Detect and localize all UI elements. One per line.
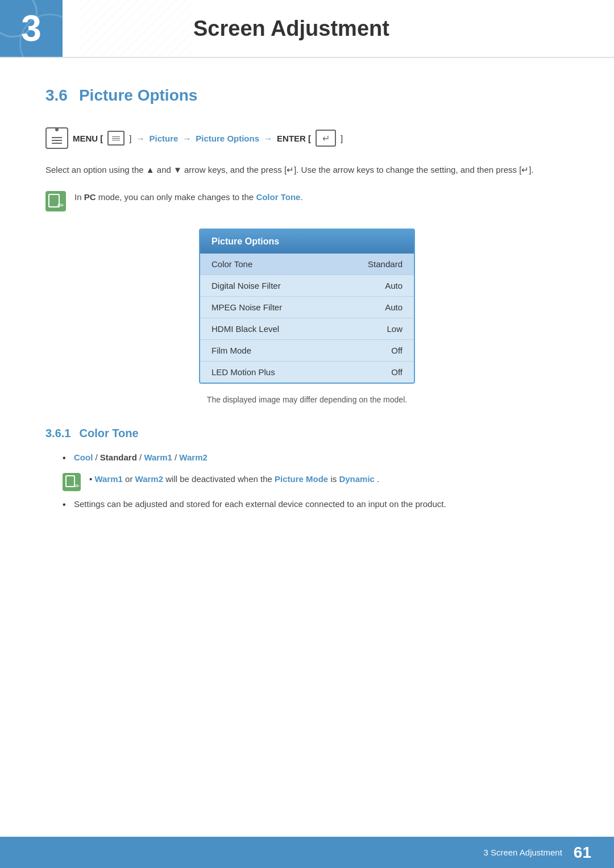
bullet-color-options: Cool / Standard / Warm1 / Warm2 bbox=[63, 451, 569, 464]
subsection-number: 3.6.1 bbox=[45, 427, 70, 440]
warm1-ref: Warm1 bbox=[94, 474, 122, 484]
hatch-background bbox=[80, 0, 193, 57]
menu-picture: Picture bbox=[150, 134, 179, 143]
menu-path: MENU [ ] → Picture → Picture Options → E… bbox=[45, 127, 569, 149]
main-content: 3.6 Picture Options MENU [ ] → Picture →… bbox=[0, 58, 614, 547]
warm-deactivated-text: Warm1 or Warm2 will be deactivated when … bbox=[89, 473, 379, 486]
enter-label: ENTER [ bbox=[277, 134, 311, 143]
footer-chapter-text: 3 Screen Adjustment bbox=[483, 848, 562, 857]
menu-picture-options: Picture Options bbox=[196, 134, 259, 143]
dialog-row-color-tone: Color Tone Standard bbox=[200, 254, 414, 275]
menu-bracket-icon bbox=[107, 131, 125, 146]
picture-options-dialog: Picture Options Color Tone Standard Digi… bbox=[199, 229, 415, 384]
chapter-number-box: 3 bbox=[0, 0, 63, 57]
note-pc-text: In PC mode, you can only make changes to… bbox=[74, 191, 303, 204]
hdmi-black-label: HDMI Black Level bbox=[211, 324, 279, 334]
picture-mode-ref: Picture Mode bbox=[275, 474, 328, 484]
menu-icon bbox=[45, 127, 68, 149]
enter-icon: ↵ bbox=[316, 130, 336, 147]
chapter-header: 3 Screen Adjustment bbox=[0, 0, 614, 58]
hdmi-black-value: Low bbox=[387, 324, 403, 334]
warm1-label: Warm1 bbox=[144, 452, 172, 462]
film-mode-value: Off bbox=[391, 346, 403, 355]
dialog-row-film-mode: Film Mode Off bbox=[200, 340, 414, 362]
period: . bbox=[377, 474, 379, 484]
svg-rect-1 bbox=[80, 0, 193, 57]
dialog-row-mpeg-noise: MPEG Noise Filter Auto bbox=[200, 297, 414, 318]
mpeg-noise-value: Auto bbox=[385, 302, 403, 312]
dialog-row-digital-noise: Digital Noise Filter Auto bbox=[200, 275, 414, 297]
dialog-row-led-motion: LED Motion Plus Off bbox=[200, 362, 414, 383]
film-mode-label: Film Mode bbox=[211, 346, 251, 355]
menu-label-end: ] bbox=[129, 134, 131, 143]
warm2-ref: Warm2 bbox=[135, 474, 163, 484]
note-icon-pencil bbox=[45, 191, 66, 211]
digital-noise-label: Digital Noise Filter bbox=[211, 281, 281, 290]
color-tone-bullet-list: Cool / Standard / Warm1 / Warm2 bbox=[45, 451, 569, 464]
cool-label: Cool bbox=[74, 452, 93, 462]
dialog-row-hdmi-black: HDMI Black Level Low bbox=[200, 318, 414, 340]
warm2-label: Warm2 bbox=[179, 452, 207, 462]
arrow-2: → bbox=[182, 134, 191, 143]
arrow-3: → bbox=[264, 134, 272, 143]
chapter-number: 3 bbox=[21, 7, 42, 49]
led-motion-value: Off bbox=[391, 367, 403, 377]
section-title: Picture Options bbox=[79, 86, 197, 105]
dynamic-ref: Dynamic bbox=[339, 474, 375, 484]
description-text: Select an option using the ▲ and ▼ arrow… bbox=[45, 163, 569, 177]
led-motion-label: LED Motion Plus bbox=[211, 367, 275, 377]
dialog-title: Picture Options bbox=[211, 236, 279, 246]
footer-page-number: 61 bbox=[574, 844, 591, 862]
settings-bullet-list: Settings can be adjusted and stored for … bbox=[45, 498, 569, 511]
subsection-heading: 3.6.1 Color Tone bbox=[45, 427, 569, 440]
section-number: 3.6 bbox=[45, 86, 68, 105]
bullet-settings-stored: Settings can be adjusted and stored for … bbox=[63, 498, 569, 511]
dialog-wrapper: Picture Options Color Tone Standard Digi… bbox=[45, 229, 569, 384]
or-text: or bbox=[125, 474, 135, 484]
subsection-title: Color Tone bbox=[79, 427, 138, 440]
is-text: is bbox=[330, 474, 339, 484]
enter-label-end: ] bbox=[341, 134, 343, 143]
separator-1: / bbox=[96, 452, 100, 462]
note-icon-sm-pencil bbox=[63, 473, 81, 491]
dialog-caption: The displayed image may differ depending… bbox=[45, 395, 569, 404]
menu-label: MENU [ bbox=[73, 134, 103, 143]
color-tone-value: Standard bbox=[368, 259, 403, 269]
mpeg-noise-label: MPEG Noise Filter bbox=[211, 302, 282, 312]
standard-label: Standard bbox=[100, 452, 137, 462]
pc-mode-note: In PC mode, you can only make changes to… bbox=[45, 191, 569, 211]
deactivated-text: will be deactivated when the bbox=[165, 474, 275, 484]
color-tone-label: Color Tone bbox=[211, 259, 252, 269]
chapter-title: Screen Adjustment bbox=[193, 16, 389, 41]
arrow-1: → bbox=[136, 134, 145, 143]
dialog-header: Picture Options bbox=[200, 230, 414, 254]
section-heading: 3.6 Picture Options bbox=[45, 86, 569, 105]
digital-noise-value: Auto bbox=[385, 281, 403, 290]
warm-deactivated-note: Warm1 or Warm2 will be deactivated when … bbox=[45, 473, 569, 491]
page-footer: 3 Screen Adjustment 61 bbox=[0, 837, 614, 868]
